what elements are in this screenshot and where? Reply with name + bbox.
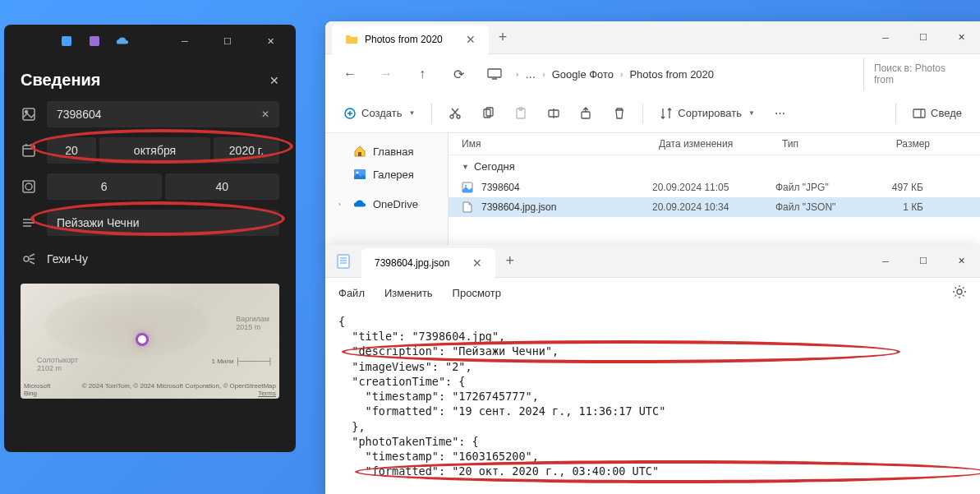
chevron-right-icon: › [516,70,518,79]
col-date[interactable]: Дата изменения [659,138,782,150]
map-pin-icon [136,333,149,346]
col-type[interactable]: Тип [782,138,872,150]
minimize-button[interactable]: ─ [867,25,904,51]
explorer-nav: ← → ↑ ⟳ › … › Google Фото › Photos from … [325,54,980,94]
minimize-button[interactable]: ─ [867,248,904,275]
map-terms-link[interactable]: Terms [258,390,276,397]
pc-icon[interactable] [480,59,509,89]
tab-close-icon[interactable]: ✕ [466,33,476,46]
svg-rect-1 [90,36,99,46]
file-row[interactable]: 7398604.jpg.json20.09.2024 10:34Файл "JS… [449,197,980,217]
more-button[interactable]: ⋯ [766,102,794,124]
calendar-icon [21,142,37,159]
time-minute-input[interactable]: 40 [165,173,280,200]
sidebar-item-onedrive[interactable]: › OneDrive [325,192,448,215]
col-name[interactable]: Имя [462,138,659,150]
col-size[interactable]: Размер [872,138,930,150]
tab-close-icon[interactable]: ✕ [472,256,482,270]
home-icon [353,145,366,158]
clear-icon[interactable]: ✕ [261,108,269,120]
minimize-button[interactable]: ─ [166,28,204,54]
folder-icon [345,33,358,46]
sidebar-item-gallery[interactable]: Галерея [325,163,448,186]
new-tab-button[interactable]: + [499,29,508,46]
file-date: 20.09.2024 10:34 [652,201,775,213]
cloud-icon [116,35,129,48]
file-size: 497 КБ [866,182,923,193]
filename-input[interactable]: 7398604 ✕ [47,101,279,127]
sidebar-item-home[interactable]: Главная [325,140,448,163]
menu-file[interactable]: Файл [338,287,365,299]
date-month-input[interactable]: октября [99,137,210,164]
breadcrumb-dots[interactable]: … [525,68,536,81]
svg-rect-37 [338,255,349,268]
maximize-button[interactable]: ☐ [209,28,246,54]
maximize-button[interactable]: ☐ [904,248,942,275]
breadcrumb-parent[interactable]: Google Фото [552,68,614,81]
close-button[interactable]: ✕ [251,28,289,54]
breadcrumb-current[interactable]: Photos from 2020 [629,68,714,81]
file-icon [462,181,475,194]
share-button[interactable] [572,102,601,125]
location-text: Гехи-Чу [47,246,279,272]
chevron-right-icon: › [620,70,623,79]
new-tab-button[interactable]: + [505,252,514,270]
date-day-input[interactable]: 20 [47,137,96,164]
sort-button[interactable]: Сортировать ▼ [651,102,763,125]
svg-point-13 [24,256,29,261]
menu-edit[interactable]: Изменить [384,287,433,299]
svg-rect-29 [582,112,590,118]
date-year-input[interactable]: 2020 г. [214,137,279,164]
filename-value: 7398604 [57,108,102,121]
forward-button[interactable]: → [371,59,401,89]
photos-app-icon [60,35,73,48]
refresh-button[interactable]: ⟳ [444,59,473,89]
photo-details-panel: ─ ☐ ✕ Сведения ✕ 7398604 ✕ 20 октября 20… [4,25,296,452]
paste-button[interactable] [506,102,536,125]
explorer-titlebar: Photos from 2020 ✕ + ─ ☐ ✕ [325,21,980,54]
file-name-text: 7398604.jpg.json [481,201,556,213]
file-icon [462,201,475,214]
time-hour-input[interactable]: 6 [47,173,162,200]
settings-icon[interactable] [952,284,967,302]
explorer-tab[interactable]: Photos from 2020 ✕ [332,25,489,54]
delete-button[interactable] [605,102,634,125]
maximize-button[interactable]: ☐ [904,25,942,51]
panel-title: Сведения [21,71,100,90]
notepad-titlebar: 7398604.jpg.json ✕ + ─ ☐ ✕ [325,245,980,278]
file-name-text: 7398604 [481,182,520,193]
svg-point-20 [457,115,460,118]
close-button[interactable]: ✕ [942,248,980,275]
search-input[interactable]: Поиск в: Photos from [863,58,970,90]
notepad-tab[interactable]: 7398604.jpg.json ✕ [361,248,495,278]
svg-rect-30 [913,109,925,118]
app-icon-2 [88,35,101,48]
create-button[interactable]: Создать ▼ [335,102,423,125]
description-input[interactable]: Пейзажи Чечни [47,210,279,236]
map[interactable]: Варгилам2015 m Солотыкорт2102 m 1 Мили ├… [21,284,279,399]
location-icon [21,251,37,267]
svg-point-41 [957,289,962,294]
group-header[interactable]: ▼ Сегодня [449,155,980,178]
chevron-right-icon: › [338,201,347,208]
svg-line-21 [453,108,458,115]
svg-point-36 [465,185,467,187]
cut-button[interactable] [440,102,470,125]
svg-line-22 [452,108,458,115]
copy-button[interactable] [473,102,503,125]
chevron-down-icon: ▼ [748,109,755,117]
up-button[interactable]: ↑ [407,59,437,89]
svg-rect-4 [23,145,35,156]
details-button[interactable]: Сведе [904,102,970,125]
svg-point-9 [25,183,32,190]
tab-title: 7398604.jpg.json [375,257,449,269]
svg-point-19 [450,115,453,118]
file-row[interactable]: 739860420.09.2024 11:05Файл "JPG"497 КБ [449,178,980,197]
panel-close-icon[interactable]: ✕ [269,74,279,87]
close-button[interactable]: ✕ [942,25,980,51]
rename-button[interactable] [539,102,568,125]
notepad-content[interactable]: { "title": "7398604.jpg", "description":… [325,307,980,485]
file-type: Файл "JSON" [775,201,866,213]
menu-view[interactable]: Просмотр [453,287,501,299]
back-button[interactable]: ← [335,59,365,89]
